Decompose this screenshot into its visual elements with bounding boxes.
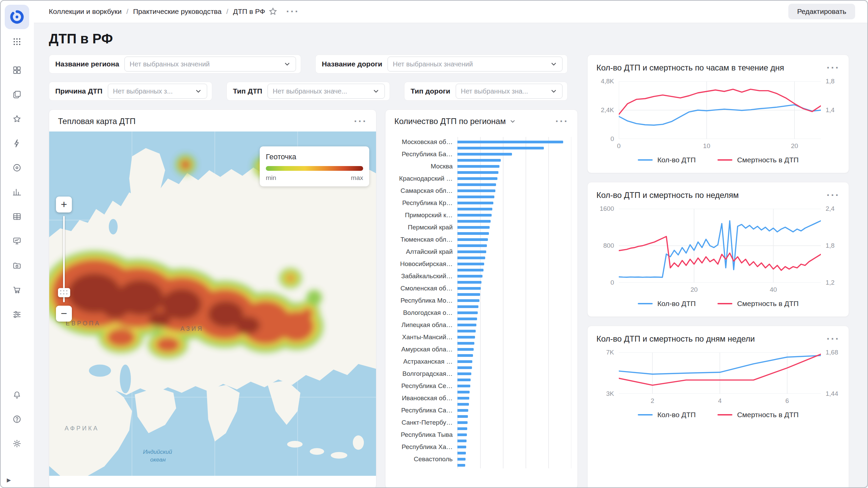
bar[interactable] <box>457 458 466 461</box>
breadcrumb-collections[interactable]: Коллекции и воркбуки <box>49 7 122 16</box>
legend-item-mortality[interactable]: Смертность в ДТП <box>717 411 798 419</box>
bar[interactable] <box>457 446 466 448</box>
legend-item-mortality[interactable]: Смертность в ДТП <box>717 300 798 308</box>
help-icon[interactable] <box>13 415 21 424</box>
bar[interactable] <box>457 354 473 357</box>
bar[interactable] <box>457 214 492 217</box>
bar[interactable] <box>457 232 489 235</box>
bar[interactable] <box>457 433 467 436</box>
legend-item-accidents[interactable]: Кол-во ДТП <box>638 156 696 164</box>
bar[interactable] <box>457 293 480 296</box>
bar[interactable] <box>457 171 498 174</box>
bar-category-label: Липецкая обла… <box>390 321 457 329</box>
bar[interactable] <box>457 311 478 314</box>
more-menu-icon[interactable]: ··· <box>286 10 299 13</box>
zoom-out-button[interactable]: − <box>56 306 72 322</box>
bar[interactable] <box>457 427 467 430</box>
datasets-icon[interactable] <box>13 163 21 172</box>
bar[interactable] <box>457 372 471 375</box>
bar[interactable] <box>457 287 481 290</box>
road-type-select[interactable]: Нет выбранных зна... <box>456 84 563 99</box>
bar[interactable] <box>457 238 488 241</box>
bar[interactable] <box>457 452 466 454</box>
bar[interactable] <box>457 177 497 180</box>
collapse-sidebar-icon[interactable]: ▸ <box>7 475 11 485</box>
bar[interactable] <box>457 403 469 406</box>
bar[interactable] <box>457 299 479 302</box>
sidebar: ▸ <box>0 0 34 488</box>
road-name-select[interactable]: Нет выбранных значений <box>388 57 563 72</box>
bar[interactable] <box>457 153 512 156</box>
accident-type-select[interactable]: Нет выбранных значе... <box>268 84 385 99</box>
apps-grid-icon[interactable] <box>13 37 21 46</box>
bar[interactable] <box>457 189 495 192</box>
bar[interactable] <box>457 366 472 369</box>
bar[interactable] <box>457 360 472 363</box>
bar[interactable] <box>457 263 484 265</box>
bar[interactable] <box>457 208 492 210</box>
gear-icon[interactable] <box>13 439 21 448</box>
marketplace-cart-icon[interactable] <box>13 285 21 294</box>
bar[interactable] <box>457 159 501 162</box>
bar[interactable] <box>457 415 468 418</box>
bar[interactable] <box>457 244 487 247</box>
breadcrumb-guides[interactable]: Практические руководства <box>133 7 221 16</box>
favorite-star-icon[interactable] <box>269 7 277 16</box>
charts-icon[interactable] <box>13 188 21 197</box>
legend-item-accidents[interactable]: Кол-во ДТП <box>638 300 696 308</box>
bar[interactable] <box>457 202 493 204</box>
bar[interactable] <box>457 147 544 149</box>
bar[interactable] <box>457 183 496 186</box>
map[interactable]: ЕВРОПА АЗИЯ АФРИКА Индийский океан Геото… <box>49 131 376 476</box>
cause-select[interactable]: Нет выбранных з... <box>108 84 207 99</box>
bar[interactable] <box>457 220 491 223</box>
legend-item-accidents[interactable]: Кол-во ДТП <box>638 411 696 419</box>
bar[interactable] <box>457 391 470 393</box>
bar[interactable] <box>457 421 468 424</box>
bar[interactable] <box>457 318 477 320</box>
legend-item-mortality[interactable]: Смертность в ДТП <box>717 156 798 164</box>
collections-icon[interactable] <box>13 90 21 99</box>
bar[interactable] <box>457 348 474 351</box>
bar[interactable] <box>457 397 469 400</box>
favorites-icon[interactable] <box>13 115 21 123</box>
notifications-bell-icon[interactable] <box>13 390 21 399</box>
zoom-slider-handle[interactable] <box>58 288 70 297</box>
settings-sliders-icon[interactable] <box>13 310 21 319</box>
monitoring-icon[interactable] <box>13 237 21 245</box>
card-menu-icon[interactable]: ··· <box>827 337 840 341</box>
bar[interactable] <box>457 379 471 381</box>
card-menu-icon[interactable]: ··· <box>827 66 840 69</box>
bar[interactable] <box>457 196 494 198</box>
bar[interactable] <box>457 385 470 387</box>
card-menu-icon[interactable]: ··· <box>555 120 569 123</box>
bar[interactable] <box>457 281 481 284</box>
bar[interactable] <box>457 324 476 326</box>
bar[interactable] <box>457 275 482 278</box>
bar[interactable] <box>457 165 499 168</box>
region-select[interactable]: Нет выбранных значений <box>124 57 296 72</box>
card-menu-icon[interactable]: ··· <box>827 194 840 197</box>
bar[interactable] <box>457 250 486 253</box>
bar[interactable] <box>457 257 485 259</box>
chevron-down-icon[interactable] <box>509 118 516 125</box>
datalens-logo[interactable] <box>5 5 29 29</box>
edit-button[interactable]: Редактировать <box>788 4 855 19</box>
bar[interactable] <box>457 141 563 143</box>
lightning-icon[interactable] <box>13 139 21 148</box>
filters-row-2: Причина ДТП Нет выбранных з... Тип ДТП Н… <box>49 82 578 101</box>
card-menu-icon[interactable]: ··· <box>354 120 367 123</box>
bar[interactable] <box>457 342 474 345</box>
bar[interactable] <box>457 330 476 332</box>
dashboards-icon[interactable] <box>13 66 21 75</box>
bar[interactable] <box>457 464 465 467</box>
storage-icon[interactable] <box>13 261 21 270</box>
table-icon[interactable] <box>13 212 21 221</box>
bar[interactable] <box>457 336 475 339</box>
zoom-in-button[interactable]: + <box>56 197 72 212</box>
bar[interactable] <box>457 269 484 271</box>
bar[interactable] <box>457 226 490 229</box>
bar[interactable] <box>457 409 468 412</box>
bar[interactable] <box>457 305 478 308</box>
bar[interactable] <box>457 440 467 442</box>
